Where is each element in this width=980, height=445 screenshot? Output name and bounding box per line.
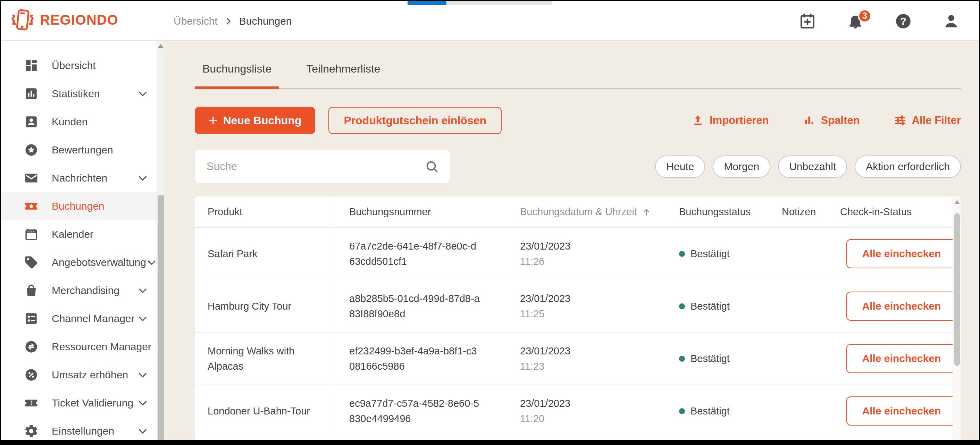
channel-list-icon [24, 312, 38, 326]
sidebar-item-label: Einstellungen [52, 425, 137, 437]
toolbar-right: Importieren Spalten [691, 113, 961, 127]
column-header-buchungsstatus[interactable]: Buchungsstatus [666, 206, 768, 218]
sidebar-item-label: Ticket Validierung [52, 397, 137, 409]
booking-time: 11:23 [520, 359, 666, 374]
tab-buchungsliste[interactable]: Buchungsliste [195, 62, 279, 89]
sidebar-item-label: Buchungen [52, 200, 148, 212]
chip-morgen[interactable]: Morgen [713, 156, 770, 178]
sidebar-item-label: Angebotsverwaltung [52, 256, 146, 268]
column-header-label: Buchungsdatum & Uhrzeit [520, 206, 637, 218]
sidebar-item-kalender[interactable]: Kalender [1, 220, 164, 248]
chip-unbezahlt[interactable]: Unbezahlt [778, 156, 847, 178]
filter-sliders-icon [893, 113, 907, 127]
calendar-plus-icon[interactable] [799, 13, 816, 30]
sidebar-item-uebersicht[interactable]: Übersicht [1, 51, 164, 79]
sidebar-item-label: Channel Manager [52, 313, 137, 324]
new-booking-button[interactable]: + Neue Buchung [195, 107, 315, 134]
search-icon[interactable] [424, 159, 439, 174]
sidebar-item-channel-manager[interactable]: Channel Manager [1, 304, 164, 332]
sidebar-item-einstellungen[interactable]: Einstellungen [1, 417, 164, 445]
sidebar-item-label: Bewertungen [52, 144, 148, 156]
chip-aktion-erforderlich[interactable]: Aktion erforderlich [855, 156, 961, 178]
scrollbar-up-arrow-icon[interactable] [158, 44, 164, 48]
sidebar-item-ticket-validierung[interactable]: Ticket Validierung [1, 389, 164, 417]
booking-date: 23/01/2023 [520, 396, 666, 411]
calendar-icon [24, 227, 38, 242]
sidebar-scrollbar[interactable] [157, 41, 164, 440]
scrollbar-thumb[interactable] [954, 213, 960, 366]
breadcrumb: Übersicht Buchungen [173, 1, 292, 41]
toolbar-left: + Neue Buchung Produktgutschein einlösen [195, 107, 502, 134]
columns-button[interactable]: Spalten [802, 113, 860, 127]
table-row[interactable]: Morning Walks with Alpacas ef232499-b3ef… [195, 332, 961, 385]
sidebar-item-umsatz-erhoehen[interactable]: Umsatz erhöhen [1, 361, 164, 389]
scrollbar-thumb[interactable] [158, 195, 164, 440]
booking-date: 23/01/2023 [520, 343, 666, 359]
status-label: Bestätigt [690, 299, 730, 314]
search-input[interactable] [207, 161, 424, 173]
sidebar-item-label: Übersicht [52, 60, 148, 72]
check-in-all-button[interactable]: Alle einchecken [846, 344, 957, 373]
status-dot-confirmed [679, 251, 685, 257]
breadcrumb-parent[interactable]: Übersicht [173, 15, 218, 27]
breadcrumb-current: Buchungen [239, 15, 292, 27]
cell-datetime: 23/01/2023 11:20 [507, 396, 666, 426]
tab-teilnehmerliste[interactable]: Teilnehmerliste [299, 62, 388, 89]
plus-icon: + [208, 113, 218, 128]
bell-icon[interactable]: 3 [847, 13, 864, 30]
bookings-ticket-icon [24, 199, 38, 213]
redeem-voucher-button[interactable]: Produktgutschein einlösen [328, 107, 502, 134]
check-in-all-button[interactable]: Alle einchecken [846, 396, 957, 426]
sidebar-item-buchungen[interactable]: Buchungen [1, 192, 164, 220]
status-label: Bestätigt [690, 351, 730, 366]
sidebar-item-statistiken[interactable]: Statistiken [1, 79, 164, 108]
import-button[interactable]: Importieren [691, 113, 769, 127]
percent-icon [24, 367, 38, 382]
all-filters-button[interactable]: Alle Filter [893, 113, 961, 127]
sidebar-item-angebotsverwaltung[interactable]: Angebotsverwaltung [1, 248, 164, 276]
cell-booking-number: a8b285b5-01cd-499d-87d8-a83f88f90e8d [336, 291, 507, 321]
sidebar-item-kunden[interactable]: Kunden [1, 108, 164, 136]
chevron-down-icon [137, 369, 148, 380]
table-row[interactable]: Hamburg City Tour a8b285b5-01cd-499d-87d… [195, 280, 961, 332]
column-header-buchungsdatum[interactable]: Buchungsdatum & Uhrzeit [507, 206, 666, 218]
column-header-notizen[interactable]: Notizen [768, 206, 827, 218]
chevron-down-icon [137, 285, 148, 296]
check-in-all-button[interactable]: Alle einchecken [846, 239, 957, 268]
progress-fill [407, 1, 446, 5]
brand-logo[interactable]: REGIONDO [10, 7, 118, 32]
sidebar-item-nachrichten[interactable]: Nachrichten [1, 164, 164, 192]
booking-date: 23/01/2023 [520, 291, 666, 306]
user-icon[interactable] [942, 13, 960, 30]
customers-icon [24, 114, 38, 129]
chevron-down-icon [146, 257, 157, 268]
sidebar-item-merchandising[interactable]: Merchandising [1, 276, 164, 304]
toolbar: + Neue Buchung Produktgutschein einlösen… [195, 107, 961, 134]
notification-badge: 3 [858, 9, 872, 23]
cell-product: Hamburg City Tour [195, 280, 336, 332]
column-header-produkt[interactable]: Produkt [195, 197, 336, 227]
check-in-all-button[interactable]: Alle einchecken [846, 292, 957, 321]
column-header-buchungsnummer[interactable]: Buchungsnummer [336, 206, 507, 218]
booking-time: 11:25 [520, 306, 666, 321]
scrollbar-up-arrow-icon[interactable] [954, 200, 960, 204]
cell-status: Bestätigt [666, 246, 768, 261]
upload-icon [691, 113, 705, 127]
sidebar-item-bewertungen[interactable]: Bewertungen [1, 136, 164, 164]
table-header-row: Produkt Buchungsnummer Buchungsdatum & U… [195, 197, 961, 228]
chip-heute[interactable]: Heute [655, 156, 705, 178]
search-box[interactable] [195, 150, 450, 183]
columns-icon [802, 113, 816, 127]
cell-status: Bestätigt [666, 351, 768, 366]
sidebar-item-ressourcen-manager[interactable]: Ressourcen Manager [1, 332, 164, 361]
chevron-down-icon [137, 313, 148, 324]
help-icon[interactable]: ? [895, 13, 912, 30]
table-row[interactable]: Safari Park 67a7c2de-641e-48f7-8e0c-d63c… [195, 228, 961, 280]
chevron-down-icon [137, 397, 148, 408]
column-header-checkin-status[interactable]: Check-in-Status [827, 206, 961, 218]
table-scrollbar[interactable] [953, 197, 961, 440]
booking-date: 23/01/2023 [520, 238, 666, 254]
cell-product: Londoner U-Bahn-Tour [195, 385, 336, 437]
table-row[interactable]: Londoner U-Bahn-Tour ec9a77d7-c57a-4582-… [195, 385, 961, 437]
brand-name: REGIONDO [40, 12, 118, 28]
